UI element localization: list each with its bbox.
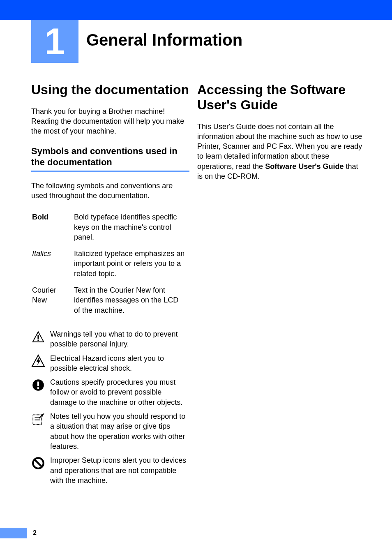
para-thank-you: Thank you for buying a Brother machine! … <box>31 106 189 136</box>
desc-italics: Italicized typeface emphasizes an import… <box>74 247 189 283</box>
page-number-tab <box>0 528 27 538</box>
chapter-number-block: 1 <box>31 20 78 63</box>
para-accessing: This User's Guide does not contain all t… <box>197 122 364 182</box>
term-italics: Italics <box>32 247 73 283</box>
term-bold: Bold <box>32 210 73 246</box>
chapter-title: General Information <box>86 31 242 49</box>
list-item: Warnings tell you what to do to prevent … <box>31 329 189 349</box>
electrical-hazard-icon <box>31 353 50 370</box>
svg-rect-2 <box>37 335 39 339</box>
svg-rect-8 <box>37 387 39 389</box>
table-row: Bold Bold typeface identifies specific k… <box>32 210 189 246</box>
svg-rect-3 <box>37 339 39 341</box>
subsection-rule <box>31 171 189 172</box>
electrical-text: Electrical Hazard icons alert you to pos… <box>50 353 189 374</box>
note-icon <box>31 411 50 428</box>
term-courier: Courier New <box>32 284 73 319</box>
desc-bold: Bold typeface identifies specific keys o… <box>74 210 189 246</box>
section-heading-accessing: Accessing the Software User's Guide <box>197 82 364 113</box>
svg-line-16 <box>34 459 42 467</box>
para-accessing-bold: Software User's Guide <box>265 162 344 171</box>
table-row: Italics Italicized typeface emphasizes a… <box>32 247 189 283</box>
list-item: Improper Setup icons alert you to device… <box>31 455 189 485</box>
svg-line-14 <box>39 415 43 418</box>
caution-icon <box>31 377 50 394</box>
right-column: Accessing the Software User's Guide This… <box>197 82 364 190</box>
caution-text: Cautions specify procedures you must fol… <box>50 377 189 407</box>
chapter-number: 1 <box>44 23 65 60</box>
warning-icon <box>31 329 50 346</box>
warning-text: Warnings tell you what to do to prevent … <box>50 329 189 349</box>
table-row: Courier New Text in the Courier New font… <box>32 284 189 319</box>
note-text: Notes tell you how you should respond to… <box>50 411 189 451</box>
list-item: Notes tell you how you should respond to… <box>31 411 189 451</box>
para-symbols-intro: The following symbols and conventions ar… <box>31 181 189 201</box>
left-column: Using the documentation Thank you for bu… <box>31 82 189 489</box>
list-item: Electrical Hazard icons alert you to pos… <box>31 353 189 374</box>
conventions-table: Bold Bold typeface identifies specific k… <box>31 210 189 320</box>
improper-text: Improper Setup icons alert you to device… <box>50 455 189 485</box>
icon-list: Warnings tell you what to do to prevent … <box>31 329 189 485</box>
top-bar <box>0 0 392 20</box>
page-number: 2 <box>33 529 37 537</box>
desc-courier: Text in the Courier New font identifies … <box>74 284 189 319</box>
section-heading-using: Using the documentation <box>31 82 189 97</box>
list-item: Cautions specify procedures you must fol… <box>31 377 189 407</box>
svg-rect-9 <box>33 415 42 424</box>
svg-rect-7 <box>37 382 39 386</box>
improper-setup-icon <box>31 455 50 472</box>
subsection-heading-symbols: Symbols and conventions used in the docu… <box>31 145 189 168</box>
